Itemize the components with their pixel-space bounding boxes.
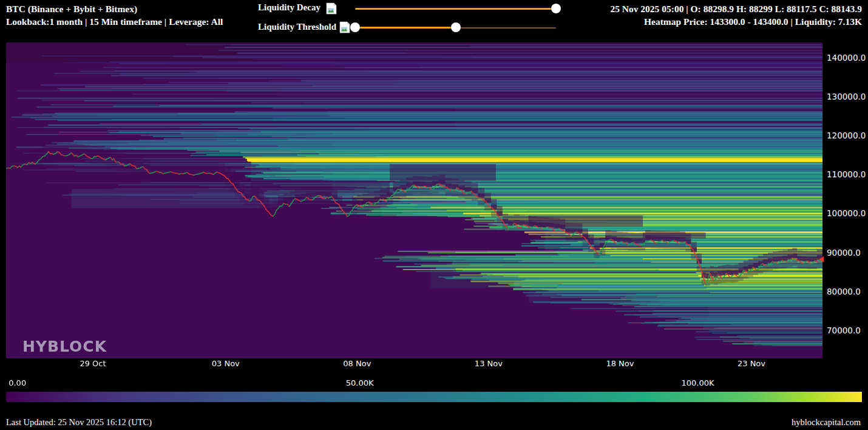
- x-axis-tick: 29 Oct: [72, 359, 114, 368]
- liquidity-decay-track[interactable]: [355, 8, 556, 10]
- liquidity-threshold-slider[interactable]: [355, 22, 556, 32]
- hyblock-watermark: HYBLOCK: [22, 338, 107, 355]
- broken-image-icon: [339, 21, 351, 33]
- heatmap-readout: Heatmap Price: 143300.0 - 143400.0 | Liq…: [610, 15, 862, 28]
- liquidity-threshold-track-inactive[interactable]: [456, 27, 557, 29]
- x-axis-tick: 13 Nov: [467, 359, 510, 368]
- x-axis-tick: 23 Nov: [730, 359, 773, 368]
- liquidity-decay-label: Liquidity Decay: [258, 2, 320, 13]
- chart-subtitle: Lookback:1 month | 15 Min timeframe | Le…: [6, 15, 223, 28]
- y-axis-tick: 110000.0: [827, 169, 866, 179]
- y-axis-tick: 130000.0: [827, 92, 866, 101]
- liquidity-decay-slider[interactable]: [355, 4, 556, 13]
- liquidity-threshold-label: Liquidity Threshold: [258, 22, 336, 32]
- y-axis-tick: 90000.0: [827, 248, 861, 258]
- broken-image-icon: [325, 2, 337, 15]
- x-axis-tick: 03 Nov: [205, 359, 247, 368]
- y-axis-tick: 140000.0: [827, 53, 866, 63]
- colorbar-gradient: [6, 392, 862, 402]
- colorbar-label: 50.00K: [346, 378, 374, 387]
- last-price-marker-icon: [819, 256, 824, 262]
- liquidation-heatmap-canvas[interactable]: [6, 43, 822, 358]
- colorbar-label: 100.00K: [681, 378, 714, 387]
- y-axis-tick: 70000.0: [827, 326, 861, 335]
- site-link[interactable]: hyblockcapital.com: [792, 417, 861, 428]
- liquidity-threshold-high-thumb[interactable]: [451, 22, 461, 32]
- colorbar-label: 0.00: [8, 378, 26, 387]
- ohlc-readout: 25 Nov 2025 05:00 | O: 88298.9 H: 88299 …: [610, 2, 862, 15]
- liquidity-decay-thumb[interactable]: [551, 4, 561, 13]
- x-axis-tick: 18 Nov: [598, 359, 641, 368]
- y-axis-tick: 100000.0: [827, 208, 866, 218]
- chart-title: BTC (Binance + Bybit + Bitmex): [6, 2, 223, 15]
- liquidity-threshold-track-active[interactable]: [355, 27, 456, 29]
- header-right: 25 Nov 2025 05:00 | O: 88298.9 H: 88299 …: [610, 2, 862, 28]
- header-left: BTC (Binance + Bybit + Bitmex) Lookback:…: [6, 2, 223, 28]
- last-updated-text: Last Updated: 25 Nov 2025 16:12 (UTC): [6, 417, 152, 428]
- liquidity-threshold-low-thumb[interactable]: [350, 22, 360, 32]
- y-axis-tick: 120000.0: [827, 131, 866, 140]
- app-root: BTC (Binance + Bybit + Bitmex) Lookback:…: [0, 0, 868, 430]
- x-axis-tick: 08 Nov: [336, 359, 378, 368]
- y-axis-tick: 80000.0: [827, 287, 861, 296]
